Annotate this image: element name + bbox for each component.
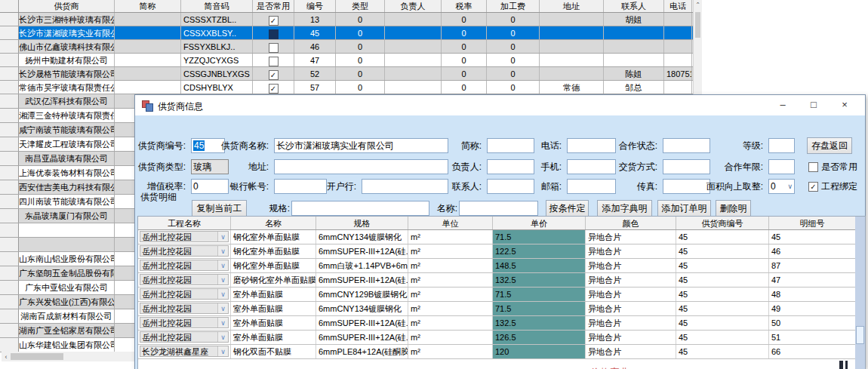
detail-row[interactable]: 岳州北控花园∨钢化室外单面贴膜6mmCNY134镀膜钢化m²71.5异地合片45… — [138, 230, 856, 244]
chevron-down-icon[interactable]: ∨ — [217, 346, 228, 356]
close-button[interactable]: × — [832, 95, 857, 115]
common-checkbox[interactable] — [269, 43, 279, 53]
chevron-down-icon[interactable]: ∨ — [217, 303, 228, 313]
supplier-grid-hscrollbar[interactable]: ‹ — [2, 352, 134, 361]
list-item[interactable]: 天津耀皮工程玻璃有限公司 — [0, 137, 134, 152]
minimize-button[interactable]: – — [770, 95, 796, 115]
spec-filter-input[interactable] — [291, 201, 429, 216]
project-combobox[interactable]: 岳州北控花园∨ — [140, 331, 229, 343]
detail-column-header[interactable]: 名称 — [231, 217, 316, 229]
detail-column-header[interactable]: 单价 — [493, 217, 586, 229]
detail-column-header[interactable]: 颜色 — [586, 217, 676, 229]
email-input[interactable] — [567, 179, 616, 194]
round_up-input[interactable]: 0∨ — [768, 179, 795, 194]
locate-by-condition-button[interactable]: 按条件定位 — [546, 200, 589, 217]
scrollbar-thumb[interactable] — [695, 12, 700, 38]
column-header-contact[interactable]: 联系人 — [604, 0, 664, 12]
scroll-left-icon[interactable]: ‹ — [2, 353, 11, 361]
chevron-down-icon[interactable]: ∨ — [217, 289, 228, 299]
list-item[interactable]: 湖南百成新材料有限公司 — [0, 309, 134, 324]
column-header-phone[interactable]: 电话 — [664, 0, 692, 12]
save-button[interactable]: 存盘返回 — [807, 137, 852, 154]
detail-vscrollbar[interactable] — [855, 217, 865, 369]
detail-row[interactable]: 岳州北控花园∨室外单面贴膜6mmSUPER-III+12A(硅...m²132.… — [138, 316, 856, 331]
list-item[interactable]: 咸宁南玻节能玻璃有限公司 — [0, 123, 134, 137]
list-item[interactable]: 广东兴发铝业(江西)有限公司 — [0, 295, 134, 309]
project-combobox[interactable]: 长沙龙湖祺鑫星座∨ — [140, 346, 229, 357]
column-header-code[interactable]: 简音码 — [181, 0, 253, 12]
list-item[interactable]: 湖南广亚全铝家居有限公司 — [0, 324, 134, 338]
scrollbar-thumb[interactable] — [11, 353, 63, 360]
list-item[interactable] — [0, 223, 134, 238]
common-checkbox-box[interactable] — [808, 162, 818, 172]
list-item[interactable]: 山东南山铝业股份有限公司 — [0, 252, 134, 266]
column-header-fee[interactable]: 加工费 — [487, 0, 540, 12]
table-row[interactable]: 扬州中勤建材有限公司YZZQJCYXGS47000 — [0, 54, 702, 67]
scroll-up-icon[interactable]: ⌃ — [694, 0, 702, 11]
column-header-no[interactable]: 编号 — [294, 0, 336, 12]
detail-row[interactable]: 岳州北控花园∨钢化室外单面贴膜6mm白玻+1.14PVB+6mm...m²148… — [138, 259, 856, 273]
dialog-titlebar[interactable]: 供货商信息 – □ × — [135, 95, 865, 115]
list-item[interactable]: 四川南玻节能玻璃有限公司 — [0, 195, 134, 209]
detail-column-header[interactable]: 工程名称 — [138, 217, 231, 229]
table-row[interactable]: 长沙市潇湘玻璃实业有限公司CSSXXBLSY..45000 — [0, 26, 702, 40]
list-item[interactable]: 广东坚朗五金制品股份有限公司 — [0, 266, 134, 281]
abbr-input[interactable] — [487, 138, 534, 153]
common-checkbox[interactable] — [269, 16, 279, 26]
supplier_name-input[interactable]: 长沙市潇湘玻璃实业有限公司 — [274, 138, 448, 153]
chevron-down-icon[interactable]: ∨ — [217, 260, 228, 270]
bank_account-input[interactable] — [274, 179, 327, 194]
bank-input[interactable] — [362, 179, 448, 194]
chevron-down-icon[interactable]: ∨ — [787, 180, 793, 193]
delete-detail-button[interactable]: 删除明细 — [716, 200, 751, 217]
list-item[interactable]: 武汉亿浑科技有限公司 — [0, 94, 134, 109]
column-header-abbr[interactable]: 简称 — [115, 0, 181, 12]
detail-column-header[interactable]: 规格 — [316, 217, 408, 229]
detail-row[interactable]: 岳州北控花园∨室外单面贴膜6mmSUPER-III+12A(硅...m²126.… — [138, 331, 856, 345]
list-item[interactable]: 南昌亚晶玻璃有限公司 — [0, 152, 134, 166]
address-input[interactable] — [274, 159, 448, 174]
detail-row[interactable]: 岳州北控花园∨钢化室外单面贴膜6mmSUPER-III+12A(硅...m²12… — [138, 244, 856, 259]
list-item[interactable]: 湘潭三金特种玻璃有限责任公司 — [0, 109, 134, 123]
project-combobox[interactable]: 岳州北控花园∨ — [140, 231, 229, 242]
list-item[interactable]: 广东中亚铝业有限公司 — [0, 281, 134, 295]
detail-row[interactable]: 岳州北控花园∨室外单面贴膜6mmCNY129B镀膜钢化m²71.5异地合片454… — [138, 288, 856, 302]
common-checkbox[interactable] — [269, 29, 279, 39]
detail-row[interactable]: 岳州北控花园∨室外单面贴膜6mmCNY134镀膜钢化m²71.5异地合片4549 — [138, 302, 856, 316]
supplier-grid-vscrollbar[interactable]: ⌃ — [693, 0, 702, 94]
column-header-common[interactable]: 是否常用 — [253, 0, 294, 12]
common-checkbox[interactable] — [269, 70, 279, 80]
common-checkbox[interactable] — [269, 57, 279, 66]
table-row[interactable]: 长沙晟格节能玻璃有限公司CSSGJNBLYXGS52000陈姐180751 — [0, 67, 702, 81]
table-row[interactable]: 长沙市三湘特种玻璃有限公司CSSSXTZBL..13000胡姐 — [0, 13, 702, 26]
project-combobox[interactable]: 岳州北控花园∨ — [140, 245, 229, 257]
maximize-button[interactable]: □ — [801, 95, 826, 115]
delivery-input[interactable] — [663, 159, 710, 174]
project-combobox[interactable]: 岳州北控花园∨ — [140, 303, 229, 314]
column-header-manager[interactable]: 负责人 — [385, 0, 442, 12]
chevron-down-icon[interactable]: ∨ — [217, 232, 228, 241]
supplier_type-input[interactable]: 玻璃 — [191, 159, 229, 174]
detail-column-header[interactable]: 明细号 — [769, 217, 856, 229]
scrollbar-thumb[interactable] — [856, 326, 864, 344]
add-dictionary-detail-button[interactable]: 添加字典明细 — [597, 200, 652, 217]
project-combobox[interactable]: 岳州北控花园∨ — [140, 260, 229, 271]
coop_years-input[interactable] — [768, 159, 795, 174]
common-checkbox[interactable]: 是否常用 — [808, 159, 857, 174]
list-item[interactable]: 西安佳吉美电力科技有限公司 — [0, 180, 134, 195]
chevron-down-icon[interactable]: ∨ — [217, 332, 228, 342]
project-combobox[interactable]: 岳州北控花园∨ — [140, 288, 229, 300]
detail-row[interactable]: 岳州北控花园∨磨砂钢化室外单面贴膜6mmSUPER-III+12A(硅...m²… — [138, 273, 856, 288]
mobile-input[interactable] — [567, 159, 616, 174]
bind-checkbox[interactable]: 工程绑定 — [808, 179, 857, 194]
chevron-down-icon[interactable]: ∨ — [217, 318, 228, 327]
phone-input[interactable] — [567, 138, 616, 153]
vat-input[interactable]: 0 — [191, 179, 229, 194]
detail-row[interactable]: 长沙龙湖祺鑫星座∨钢化双面不贴膜6mmPLE84+12A(硅酮胶...m²120… — [138, 345, 856, 359]
table-row[interactable]: 常德市昊宇玻璃有限责任公司CDSHYBLYX57000常德邹总 — [0, 81, 702, 94]
project-combobox[interactable]: 岳州北控花园∨ — [140, 317, 229, 328]
table-row[interactable]: 佛山市亿鑫玻璃科技有限公司FSSYXBLKJ..46000 — [0, 40, 702, 54]
coop_status-input[interactable] — [663, 138, 710, 153]
chevron-down-icon[interactable]: ∨ — [217, 275, 228, 284]
column-header-supplier[interactable]: 供货商 — [19, 0, 115, 12]
